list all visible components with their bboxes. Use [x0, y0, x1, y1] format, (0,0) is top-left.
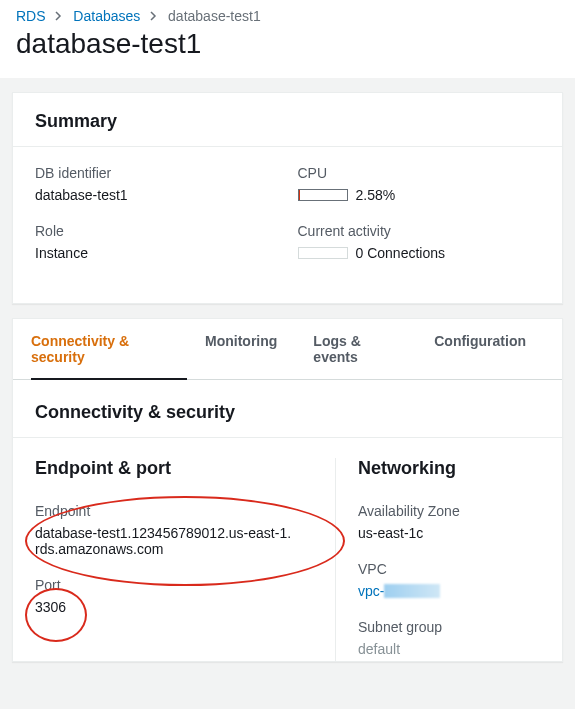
tab-configuration[interactable]: Configuration	[416, 319, 544, 379]
current-activity-label: Current activity	[298, 223, 541, 239]
vpc-label: VPC	[358, 561, 540, 577]
cpu-label: CPU	[298, 165, 541, 181]
az-label: Availability Zone	[358, 503, 540, 519]
cpu-bar	[298, 189, 348, 201]
vpc-id-redacted	[384, 584, 440, 598]
endpoint-value: database-test1.123456789012.us-east-1.rd…	[35, 525, 295, 557]
role-value: Instance	[35, 245, 278, 261]
current-activity-value: 0 Connections	[356, 245, 446, 261]
subnet-group-value: default	[358, 641, 540, 657]
connections-bar	[298, 247, 348, 259]
breadcrumb-current: database-test1	[168, 8, 261, 24]
breadcrumb-rds[interactable]: RDS	[16, 8, 46, 24]
chevron-right-icon	[55, 8, 63, 24]
cpu-value: 2.58%	[356, 187, 396, 203]
summary-heading: Summary	[35, 111, 540, 132]
endpoint-port-heading: Endpoint & port	[35, 458, 315, 479]
endpoint-label: Endpoint	[35, 503, 315, 519]
networking-heading: Networking	[358, 458, 540, 479]
db-identifier-label: DB identifier	[35, 165, 278, 181]
role-label: Role	[35, 223, 278, 239]
port-label: Port	[35, 577, 315, 593]
tab-connectivity-security[interactable]: Connectivity & security	[31, 319, 187, 379]
tabs: Connectivity & security Monitoring Logs …	[13, 319, 562, 380]
tab-monitoring[interactable]: Monitoring	[187, 319, 295, 379]
tabs-container: Connectivity & security Monitoring Logs …	[12, 318, 563, 662]
chevron-right-icon	[150, 8, 158, 24]
summary-card: Summary DB identifier database-test1 Rol…	[12, 92, 563, 304]
subnet-group-label: Subnet group	[358, 619, 540, 635]
breadcrumb: RDS Databases database-test1	[0, 0, 575, 28]
connectivity-section-title: Connectivity & security	[35, 402, 540, 423]
vpc-link[interactable]: vpc-	[358, 583, 384, 599]
port-value: 3306	[35, 599, 315, 615]
page-title: database-test1	[16, 28, 559, 60]
divider	[13, 146, 562, 147]
az-value: us-east-1c	[358, 525, 540, 541]
breadcrumb-databases[interactable]: Databases	[73, 8, 140, 24]
tab-logs-events[interactable]: Logs & events	[295, 319, 416, 379]
db-identifier-value: database-test1	[35, 187, 278, 203]
